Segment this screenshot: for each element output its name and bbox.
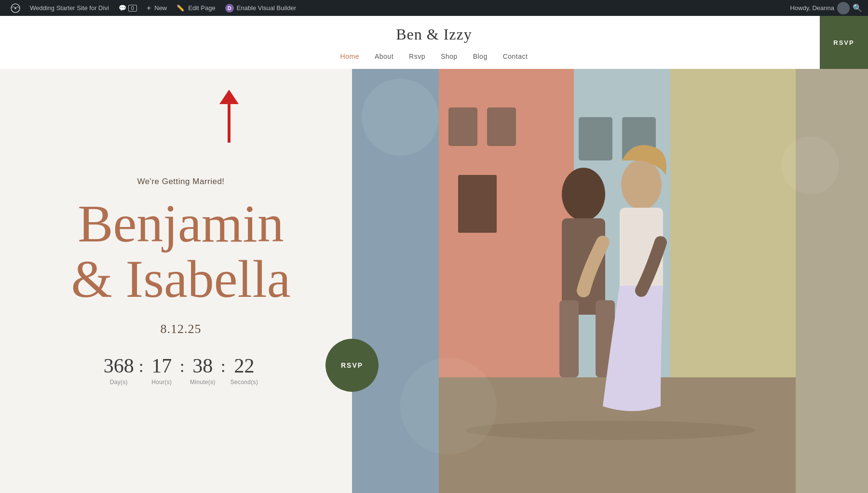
rsvp-header-button[interactable]: RSVP <box>820 16 868 69</box>
site-title: Ben & Izzy <box>396 26 472 43</box>
hero-date: 8.12.25 <box>161 322 202 336</box>
svg-point-23 <box>400 358 497 454</box>
hero-subtitle: We're Getting Married! <box>137 177 224 187</box>
sep3: : <box>221 356 226 375</box>
hero-names: Benjamin & Isabella <box>71 196 290 307</box>
countdown-days: 368 Day(s) <box>104 356 134 386</box>
svg-point-15 <box>562 168 605 221</box>
seconds-label: Second(s) <box>231 379 258 386</box>
svg-point-19 <box>621 160 662 210</box>
nav-blog[interactable]: Blog <box>473 53 488 60</box>
edit-icon: ✏️ <box>176 4 184 12</box>
plus-icon: + <box>147 4 151 13</box>
svg-rect-9 <box>487 107 516 146</box>
wordpress-icon <box>11 3 20 13</box>
days-value: 368 <box>104 356 134 376</box>
site-name-item[interactable]: Wedding Starter Site for Divi <box>25 0 114 16</box>
comments-count: 0 <box>128 5 137 12</box>
seconds-value: 22 <box>234 356 255 376</box>
hero-left-panel: We're Getting Married! Benjamin & Isabel… <box>0 69 352 493</box>
svg-rect-10 <box>458 175 497 233</box>
site-title-block: Ben & Izzy <box>396 26 472 43</box>
nav-contact[interactable]: Contact <box>503 53 528 60</box>
days-label: Day(s) <box>110 379 128 386</box>
svg-rect-13 <box>796 69 868 493</box>
hours-label: Hour(s) <box>151 379 172 386</box>
sep2: : <box>180 356 185 375</box>
name-line1: Benjamin <box>71 196 290 252</box>
admin-avatar[interactable] <box>837 2 850 14</box>
comment-icon: 💬 <box>119 4 126 12</box>
svg-rect-11 <box>579 117 612 160</box>
svg-rect-17 <box>559 300 579 377</box>
site-header: Ben & Izzy Home About Rsvp Shop Blog Con… <box>0 16 868 69</box>
admin-bar-right: Howdy, Deanna 🔍 <box>790 2 862 14</box>
divi-icon: D <box>225 4 234 13</box>
countdown-minutes: 38 Minute(s) <box>190 356 216 386</box>
howdy-text: Howdy, Deanna <box>790 4 834 12</box>
hours-value: 17 <box>151 356 172 376</box>
countdown-seconds: 22 Second(s) <box>231 356 258 386</box>
nav-shop[interactable]: Shop <box>441 53 458 60</box>
site-navigation: Home About Rsvp Shop Blog Contact <box>340 53 528 60</box>
sep1: : <box>139 356 144 375</box>
new-item[interactable]: + New <box>142 0 172 16</box>
hero-section: We're Getting Married! Benjamin & Isabel… <box>0 69 868 493</box>
svg-rect-8 <box>448 107 477 146</box>
nav-home[interactable]: Home <box>340 53 359 60</box>
svg-point-22 <box>781 136 839 194</box>
wordpress-logo-item[interactable] <box>6 0 25 16</box>
nav-rsvp[interactable]: Rsvp <box>409 53 425 60</box>
comments-item[interactable]: 💬 0 <box>114 0 142 16</box>
svg-point-21 <box>362 79 439 156</box>
name-line2: & Isabella <box>71 252 290 307</box>
enable-visual-builder-item[interactable]: D Enable Visual Builder <box>220 0 301 16</box>
svg-point-14 <box>465 421 755 440</box>
minutes-label: Minute(s) <box>190 379 216 386</box>
nav-about[interactable]: About <box>375 53 393 60</box>
countdown-hours: 17 Hour(s) <box>149 356 175 386</box>
search-icon[interactable]: 🔍 <box>853 3 862 13</box>
svg-point-1 <box>14 7 16 9</box>
hero-photo <box>352 69 868 493</box>
admin-bar: Wedding Starter Site for Divi 💬 0 + New … <box>0 0 868 16</box>
countdown-timer: 368 Day(s) : 17 Hour(s) : 38 Minute(s) :… <box>104 356 258 386</box>
minutes-value: 38 <box>192 356 213 376</box>
rsvp-circle-button[interactable]: RSVP <box>326 339 379 392</box>
edit-page-item[interactable]: ✏️ Edit Page <box>172 0 220 16</box>
